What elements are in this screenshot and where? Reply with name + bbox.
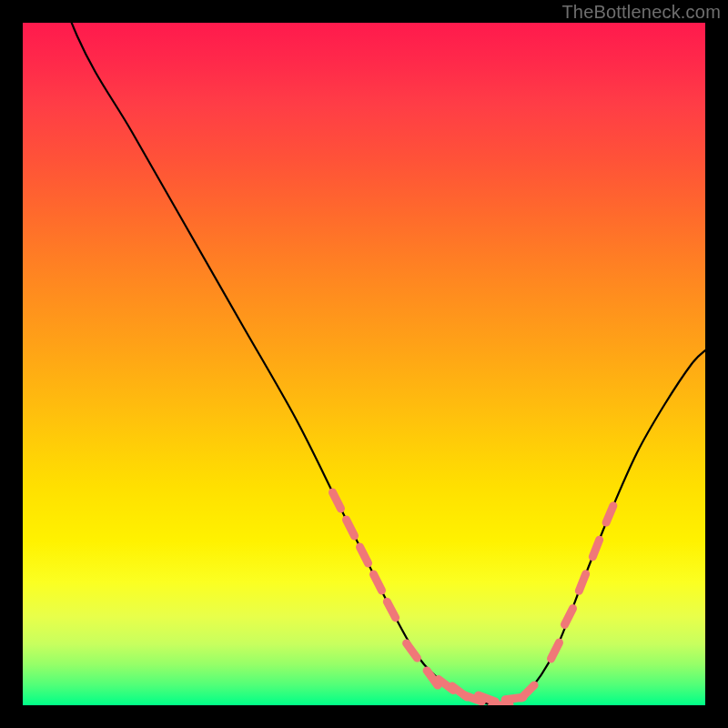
curve-marker [579,574,585,592]
curve-marker [347,520,355,536]
curve-marker [360,547,369,563]
curve-marker [521,685,534,698]
curve-marker [387,602,395,618]
watermark-text: TheBottleneck.com [561,2,721,23]
chart-frame [23,23,705,705]
curve-marker [592,540,599,557]
bottleneck-curve-path [23,23,705,705]
curve-marker [551,642,560,659]
curve-marker [491,704,510,705]
curve-marker [407,643,418,658]
curve-marker [374,574,382,591]
curve-marker [333,492,341,509]
bottleneck-chart [23,23,705,705]
curve-markers [333,492,613,705]
curve-marker [606,506,613,522]
curve-marker [565,609,573,625]
